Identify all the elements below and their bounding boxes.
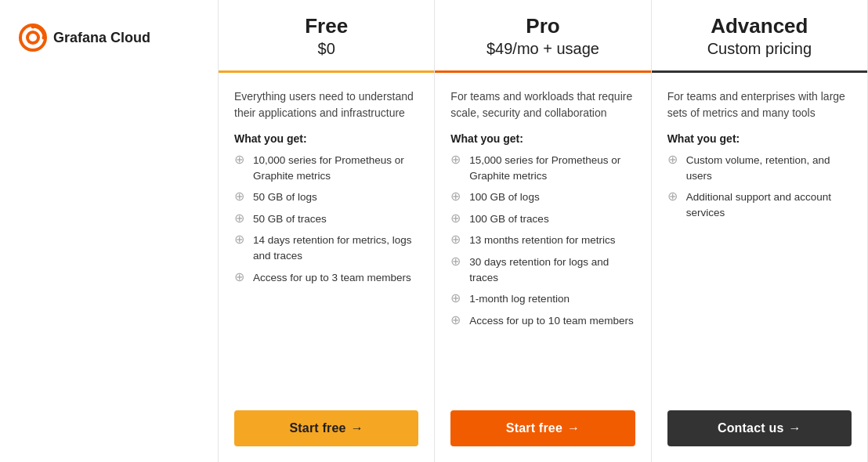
plan-pro-body: For teams and workloads that require sca…	[435, 73, 650, 398]
list-item: ⊕30 days retention for logs and traces	[450, 254, 635, 285]
plan-advanced-footer: Contact us→	[652, 398, 867, 462]
plus-circle-icon: ⊕	[450, 314, 463, 327]
plus-circle-icon: ⊕	[234, 153, 247, 166]
plan-free-what-you-get: What you get:	[234, 132, 418, 145]
svg-point-4	[31, 25, 35, 29]
pricing-page: Grafana Cloud Free $0 Everything users n…	[0, 0, 868, 462]
list-item: ⊕1-month log retention	[450, 291, 635, 307]
plan-pro-description: For teams and workloads that require sca…	[450, 88, 635, 121]
plan-advanced-body: For teams and enterprises with large set…	[652, 73, 867, 398]
plus-circle-icon: ⊕	[234, 212, 247, 225]
list-item: ⊕13 months retention for metrics	[450, 233, 635, 248]
list-item: ⊕15,000 series for Prometheus or Graphit…	[450, 153, 635, 183]
plus-circle-icon: ⊕	[450, 292, 463, 305]
list-item: ⊕Custom volume, retention, and users	[667, 153, 852, 183]
sidebar: Grafana Cloud	[0, 0, 218, 462]
plus-circle-icon: ⊕	[450, 233, 463, 246]
plan-advanced-description: For teams and enterprises with large set…	[667, 88, 852, 121]
plus-circle-icon: ⊕	[667, 153, 680, 166]
list-item: ⊕14 days retention for metrics, logs and…	[234, 233, 418, 263]
start-free-button-pro[interactable]: Start free→	[450, 410, 635, 446]
plan-free-features: ⊕10,000 series for Prometheus or Graphit…	[234, 153, 418, 385]
plus-circle-icon: ⊕	[234, 233, 247, 246]
start-free-button-free[interactable]: Start free→	[234, 410, 418, 446]
list-item: ⊕50 GB of logs	[234, 189, 418, 205]
list-item: ⊕Access for up to 3 team members	[234, 270, 418, 286]
plan-advanced-price: Custom pricing	[667, 40, 852, 58]
plus-circle-icon: ⊕	[450, 153, 463, 166]
plan-pro-header: Pro $49/mo + usage	[435, 0, 650, 73]
plan-free: Free $0 Everything users need to underst…	[218, 0, 434, 462]
plan-pro-footer: Start free→	[435, 398, 650, 462]
plan-free-body: Everything users need to understand thei…	[219, 73, 434, 398]
plus-circle-icon: ⊕	[234, 271, 247, 283]
plus-circle-icon: ⊕	[450, 212, 463, 225]
plan-free-footer: Start free→	[219, 398, 434, 462]
plus-circle-icon: ⊕	[450, 255, 463, 268]
plus-circle-icon: ⊕	[234, 190, 247, 203]
contact-us-button[interactable]: Contact us→	[667, 410, 852, 446]
list-item: ⊕10,000 series for Prometheus or Graphit…	[234, 153, 418, 183]
list-item: ⊕Access for up to 10 team members	[450, 313, 635, 329]
plan-pro-features: ⊕15,000 series for Prometheus or Graphit…	[450, 153, 635, 385]
plan-free-name: Free	[234, 14, 418, 38]
list-item: ⊕100 GB of logs	[450, 189, 635, 205]
svg-point-5	[42, 36, 46, 40]
plan-advanced-name: Advanced	[667, 14, 852, 38]
plan-advanced-what-you-get: What you get:	[667, 132, 852, 145]
list-item: ⊕100 GB of traces	[450, 211, 635, 227]
plan-pro-name: Pro	[450, 14, 635, 38]
plan-free-price: $0	[234, 40, 418, 58]
plans-container: Free $0 Everything users need to underst…	[218, 0, 868, 462]
plan-free-description: Everything users need to understand thei…	[234, 88, 418, 121]
plan-pro-what-you-get: What you get:	[450, 132, 635, 145]
list-item: ⊕50 GB of traces	[234, 211, 418, 227]
logo-text: Grafana Cloud	[53, 30, 150, 46]
grafana-logo-icon	[19, 23, 47, 52]
svg-point-3	[29, 34, 37, 42]
plus-circle-icon: ⊕	[667, 190, 680, 203]
list-item: ⊕Additional support and account services	[667, 189, 852, 220]
plan-pro-price: $49/mo + usage	[450, 40, 635, 58]
plus-circle-icon: ⊕	[450, 190, 463, 203]
plan-free-header: Free $0	[219, 0, 434, 73]
plan-advanced: Advanced Custom pricing For teams and en…	[651, 0, 868, 462]
logo-area: Grafana Cloud	[19, 23, 150, 52]
plan-advanced-header: Advanced Custom pricing	[652, 0, 867, 73]
plan-pro: Pro $49/mo + usage For teams and workloa…	[434, 0, 650, 462]
plan-advanced-features: ⊕Custom volume, retention, and users ⊕Ad…	[667, 153, 852, 385]
